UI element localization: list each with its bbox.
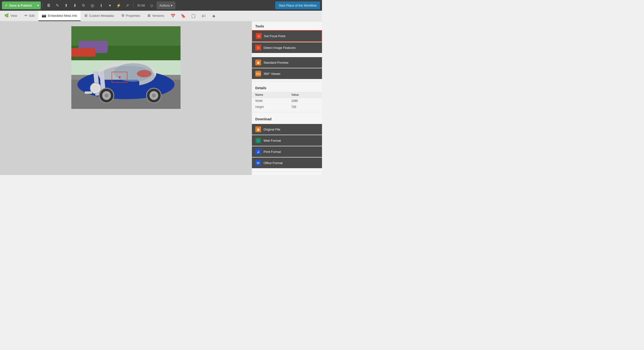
table-row: Height 720 <box>252 104 322 110</box>
diamond-icon-button[interactable]: ◇ <box>148 2 156 9</box>
detect-features-label: Detect Image Features <box>264 46 296 50</box>
details-name-col: Name <box>252 92 288 98</box>
web-format-button[interactable]: 🌐 Web Format <box>252 135 322 146</box>
sidebar-divider-3 <box>252 112 322 112</box>
tab-calendar[interactable]: 📅 <box>168 11 178 21</box>
tab-view[interactable]: 🌿 View <box>1 11 21 21</box>
workflow-button[interactable]: Start Place of the Workflow <box>275 2 320 9</box>
image-container <box>71 26 180 109</box>
print-format-icon: 🖨 <box>255 149 261 154</box>
tab-versions-label: Versions <box>152 14 164 18</box>
tools-title: Tools <box>252 21 322 30</box>
set-focal-point-button[interactable]: ⊙ Set Focal Point <box>252 30 322 42</box>
svg-point-17 <box>104 94 108 97</box>
standard-preview-label: Standard Preview <box>264 61 288 64</box>
sidebar-divider-2 <box>252 81 322 81</box>
svg-point-23 <box>137 70 152 77</box>
tab-properties[interactable]: ⚙ Properties <box>118 11 144 21</box>
tab-schedule[interactable]: 📋 <box>188 11 198 21</box>
svg-point-14 <box>92 85 99 92</box>
download-title: Download <box>252 114 322 123</box>
office-format-button[interactable]: W Office Format <box>252 157 322 168</box>
svg-rect-4 <box>71 48 96 57</box>
details-value-col: Value <box>288 92 322 98</box>
viewer-360-label: 360° Viewer <box>264 72 280 76</box>
more-button[interactable]: ▾ <box>106 2 114 9</box>
tab-embedded-meta-label: Embedded Meta Info <box>48 14 77 18</box>
viewer-360-icon: 360 <box>255 71 261 77</box>
tab-diamond[interactable]: ◈ <box>209 11 219 21</box>
tab-tags[interactable]: 🏷 <box>199 11 208 21</box>
lightning-button[interactable]: ⚡ <box>115 2 122 9</box>
toolbar-separator-2 <box>133 3 134 8</box>
view-tab-icon: 🌿 <box>4 13 9 18</box>
top-toolbar: ✓ Save & Publish ▾ 🗑 ✎ ⬆ ⬇ ↻ ◎ ℹ ▾ ⚡ ↗ I… <box>0 0 322 11</box>
info-button[interactable]: ℹ <box>97 2 105 9</box>
edit-tab-icon: ✏ <box>24 13 28 18</box>
save-publish-button[interactable]: ✓ Save & Publish ▾ <box>2 2 41 9</box>
detect-features-icon: ⊙ <box>255 45 261 51</box>
share-button[interactable]: ↗ <box>124 2 131 9</box>
office-format-icon: W <box>255 160 261 166</box>
download-thumbnail-title: Download Thumbnail <box>252 174 322 175</box>
standard-preview-icon: ▣ <box>255 60 261 65</box>
original-file-button[interactable]: ▣ Original File <box>252 124 322 135</box>
height-label: Height <box>252 104 288 110</box>
focal-point-dot <box>119 76 120 78</box>
download-section: ▣ Original File 🌐 Web Format 🖨 Print For… <box>252 123 322 170</box>
image-area <box>0 21 252 175</box>
tab-view-label: View <box>10 14 17 18</box>
tab-versions[interactable]: ⊠ Versions <box>144 11 168 21</box>
id-badge: ID 68 <box>136 4 147 7</box>
standard-preview-button[interactable]: ▣ Standard Preview <box>252 57 322 68</box>
camera-tab-icon: 📷 <box>42 13 46 18</box>
details-table: Name Value Width 1280 Height 720 <box>252 92 322 110</box>
delete-button[interactable]: 🗑 <box>45 2 53 9</box>
svg-point-20 <box>152 94 156 97</box>
tab-bookmark[interactable]: 🔖 <box>178 11 188 21</box>
tab-embedded-meta[interactable]: 📷 Embedded Meta Info <box>38 11 80 21</box>
tab-edit-label: Edit <box>29 14 34 18</box>
svg-rect-22 <box>85 91 92 94</box>
original-file-icon: ▣ <box>255 126 261 132</box>
tab-custom-metadata-label: Custom Metadata <box>89 14 114 18</box>
refresh-button[interactable]: ↻ <box>80 2 88 9</box>
actions-label: Actions <box>160 4 170 7</box>
actions-dropdown-arrow: ▾ <box>171 4 172 7</box>
edit-icon-button[interactable]: ✎ <box>54 2 62 9</box>
width-value: 1280 <box>288 98 322 104</box>
metadata-tab-icon: ⊞ <box>84 13 88 18</box>
upload-button[interactable]: ⬆ <box>62 2 70 9</box>
focal-point-icon: ⊙ <box>256 33 262 39</box>
detect-features-button[interactable]: ⊙ Detect Image Features <box>252 42 322 53</box>
toolbar-separator-1 <box>43 3 43 8</box>
tab-properties-label: Properties <box>126 14 140 18</box>
web-format-icon: 🌐 <box>255 137 261 143</box>
set-focal-point-label: Set Focal Point <box>264 34 285 38</box>
save-publish-dropdown-arrow[interactable]: ▾ <box>35 2 41 9</box>
height-value: 720 <box>288 104 322 110</box>
viewer-360-button[interactable]: 360 360° Viewer <box>252 68 322 79</box>
tab-custom-metadata[interactable]: ⊞ Custom Metadata <box>81 11 118 21</box>
actions-button[interactable]: Actions ▾ <box>156 2 176 9</box>
save-publish-label: Save & Publish <box>9 4 32 7</box>
sidebar-divider-1 <box>252 55 322 55</box>
right-sidebar: Tools ⊙ Set Focal Point ⊙ Detect Image F… <box>252 21 322 175</box>
width-label: Width <box>252 98 288 104</box>
target-button[interactable]: ◎ <box>88 2 96 9</box>
print-format-label: Print Format <box>264 150 281 154</box>
sidebar-divider-4 <box>252 171 322 172</box>
download-button[interactable]: ⬇ <box>71 2 79 9</box>
print-format-button[interactable]: 🖨 Print Format <box>252 146 322 157</box>
focal-point-rectangle[interactable] <box>112 72 128 83</box>
tab-bar: 🌿 View ✏ Edit 📷 Embedded Meta Info ⊞ Cus… <box>0 11 322 21</box>
table-row: Width 1280 <box>252 98 322 104</box>
tab-edit[interactable]: ✏ Edit <box>21 11 38 21</box>
original-file-label: Original File <box>264 128 280 131</box>
office-format-label: Office Format <box>264 161 283 165</box>
web-format-label: Web Format <box>264 139 281 142</box>
details-title: Details <box>252 83 322 92</box>
check-icon: ✓ <box>5 4 8 7</box>
car-image-svg <box>71 26 180 109</box>
properties-tab-icon: ⚙ <box>121 13 124 18</box>
